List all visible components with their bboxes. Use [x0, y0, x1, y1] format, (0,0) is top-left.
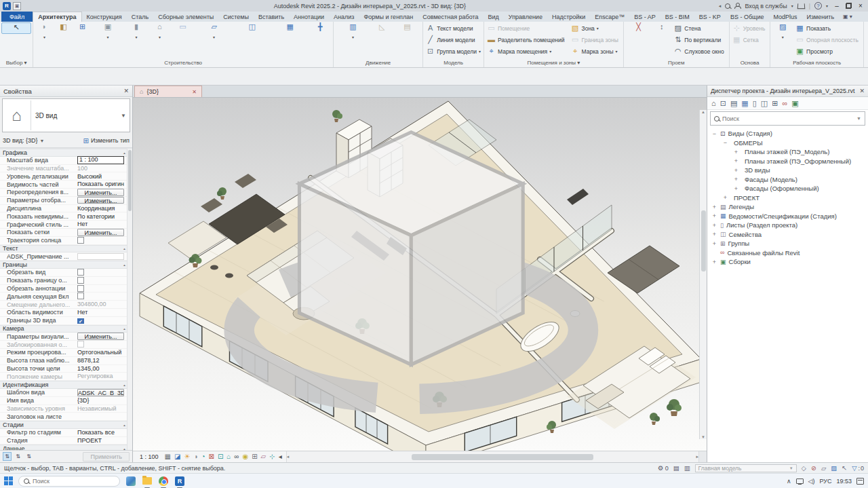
- home-icon[interactable]: ⌂: [711, 100, 716, 107]
- property-row[interactable]: Область видимости Нет: [0, 309, 132, 317]
- window-button[interactable]: ⊞ Окно: [73, 22, 92, 34]
- expand-icon[interactable]: −: [722, 139, 728, 146]
- edit-type-button[interactable]: ⊞ Изменить тип: [83, 137, 130, 145]
- property-row[interactable]: Имя вида {3D}: [0, 397, 132, 405]
- column-button[interactable]: ▮ Колонна ▾: [123, 22, 149, 34]
- sort-asc-icon[interactable]: ⇅: [14, 452, 22, 461]
- account-icon[interactable]: [734, 3, 741, 9]
- panel-label[interactable]: Строительство: [35, 58, 332, 67]
- modify-button[interactable]: ↖ Изменить: [1, 22, 31, 34]
- level-button[interactable]: ⊹ Уровень: [731, 22, 769, 34]
- ribbon-tab[interactable]: Изменить: [802, 12, 840, 22]
- tray-expand-icon[interactable]: ∧: [787, 478, 791, 485]
- collapse-vcb-icon[interactable]: ◂: [279, 453, 282, 460]
- legends-icon[interactable]: ▤: [730, 100, 737, 107]
- type-selector[interactable]: ⌂ 3D вид ▼: [2, 98, 130, 132]
- ribbon-tab[interactable]: Анализ: [329, 12, 359, 22]
- file-explorer-icon[interactable]: [142, 476, 153, 487]
- grid-button[interactable]: ▦ Сетка: [731, 34, 769, 45]
- revit-logo-icon[interactable]: R: [3, 2, 11, 10]
- temporary-hide-isolate-icon[interactable]: ∞: [234, 453, 239, 460]
- ribbon-tab[interactable]: Совместная работа: [418, 12, 483, 22]
- tree-item[interactable]: + ▤ Легенды: [707, 202, 868, 212]
- select-underlay-icon[interactable]: ⊘: [811, 465, 816, 472]
- panel-label[interactable]: Основа: [731, 58, 769, 67]
- room-button[interactable]: ▭ Помещение: [486, 22, 568, 34]
- tree-item[interactable]: − ⊡ Виды (Стадия): [707, 129, 868, 138]
- clock[interactable]: 19:53: [836, 478, 852, 485]
- tree-item[interactable]: + ▦ Ведомости/Спецификации (Стадия): [707, 212, 868, 221]
- temporary-view-properties-icon[interactable]: ⊞: [252, 453, 257, 460]
- property-row[interactable]: Смещение дальнего... 304800,00: [0, 301, 132, 309]
- ref-plane-button[interactable]: ▭ Опорная плоскость: [794, 34, 862, 45]
- curtain-system-button[interactable]: ◫ Стеновое ограждение: [233, 22, 271, 34]
- ribbon-tab[interactable]: BS - KP: [694, 12, 726, 22]
- selection-filter[interactable]: ▽ 0: [852, 465, 864, 472]
- chrome-icon[interactable]: [158, 476, 169, 487]
- property-row[interactable]: Параметры визуали... Изменить...: [0, 333, 132, 341]
- property-row[interactable]: Параметры отобра... Изменить...: [0, 197, 132, 205]
- ribbon-tab[interactable]: BS - Общие: [726, 12, 769, 22]
- show-constraints-icon[interactable]: ⊹: [269, 453, 275, 460]
- store-cart-icon[interactable]: [797, 3, 805, 9]
- tree-item[interactable]: + 3D виды: [707, 166, 868, 175]
- property-row[interactable]: Графический стиль ... Нет: [0, 221, 132, 229]
- crop-region-icon[interactable]: ⊡: [218, 453, 223, 460]
- dormer-opening-button[interactable]: ◠ Слуховое окно: [672, 45, 727, 57]
- chevron-down-icon[interactable]: ▼: [117, 113, 130, 119]
- assemblies-icon[interactable]: ▣: [791, 100, 798, 107]
- detail-level-icon[interactable]: ▦: [165, 453, 171, 460]
- room-separator-button[interactable]: ▬ Разделитель помещений: [486, 34, 568, 45]
- close-view-icon[interactable]: ✕: [192, 89, 197, 95]
- select-pinned-icon[interactable]: ▱: [821, 465, 826, 472]
- ceiling-button[interactable]: ▭ Потолок: [170, 22, 195, 34]
- ribbon-tab[interactable]: Формы и генплан: [359, 12, 418, 22]
- ramp-button[interactable]: ◺ Пандус: [371, 22, 393, 34]
- ribbon-tab[interactable]: Вставить: [254, 12, 289, 22]
- ribbon-tab[interactable]: BS - BIM: [660, 12, 694, 22]
- model-line-button[interactable]: ╱ Линия модели: [425, 34, 482, 45]
- vertical-scrollbar[interactable]: ▲▼: [699, 110, 707, 439]
- design-options-icon[interactable]: ▥: [684, 465, 690, 472]
- signin-dropdown-icon[interactable]: ▾: [791, 3, 793, 8]
- expand-icon[interactable]: +: [733, 149, 739, 155]
- property-row[interactable]: Дисциплина Координация: [0, 205, 132, 213]
- displaced-elements-icon[interactable]: ▱: [261, 453, 267, 460]
- ribbon-tab[interactable]: Сборные элементы: [153, 12, 218, 22]
- ribbon-tab[interactable]: Конструкция: [82, 12, 127, 22]
- search-input[interactable]: [722, 115, 854, 122]
- sun-path-icon[interactable]: ☀: [184, 453, 190, 460]
- tree-item[interactable]: + ▣ Сборки: [707, 257, 868, 267]
- browser-search[interactable]: ▼: [710, 111, 865, 126]
- search-icon[interactable]: [725, 3, 730, 9]
- ribbon-tab[interactable]: Архитектура: [33, 12, 81, 22]
- help-icon[interactable]: ?: [814, 2, 822, 10]
- expand-icon[interactable]: +: [711, 240, 717, 247]
- schedules-icon[interactable]: ▦: [741, 100, 748, 107]
- active-model-select[interactable]: Главная модель ▼: [695, 464, 797, 472]
- properties-scrollbar[interactable]: [127, 149, 132, 450]
- panel-label[interactable]: Выбор ▾: [1, 58, 31, 67]
- property-row[interactable]: Дальняя секущая Вкл: [0, 293, 132, 301]
- render-dialog-icon[interactable]: ◔: [201, 453, 205, 460]
- viewcube[interactable]: [133, 98, 707, 451]
- links-icon[interactable]: ∞: [782, 100, 787, 107]
- ribbon-tab[interactable]: Сталь: [127, 12, 153, 22]
- language-indicator[interactable]: РУС: [819, 478, 831, 485]
- close-button[interactable]: ×: [856, 2, 865, 10]
- unlock-3d-view-icon[interactable]: ⌂: [226, 453, 231, 460]
- ribbon-tab[interactable]: Вид: [484, 12, 504, 22]
- views-icon[interactable]: ⊡: [720, 100, 726, 107]
- property-row[interactable]: Заголовок на листе: [0, 413, 132, 421]
- property-row[interactable]: Показать границу о...: [0, 277, 132, 285]
- property-group-header[interactable]: Данные ▲▲: [0, 445, 132, 450]
- select-links-icon[interactable]: ◇: [802, 465, 806, 472]
- select-by-face-icon[interactable]: ▨: [831, 465, 837, 472]
- property-row[interactable]: Заблокированная о...: [0, 341, 132, 349]
- property-group-header[interactable]: Текст ▲▲: [0, 245, 132, 253]
- crop-view-icon[interactable]: ⊠: [209, 453, 214, 460]
- property-row[interactable]: Уровень детализации Высокий: [0, 172, 132, 181]
- ribbon-tab[interactable]: ModPlus: [768, 12, 802, 22]
- property-row[interactable]: Шаблон вида ADSK_AC_B_3D: [0, 389, 132, 397]
- tab-file[interactable]: Файл: [1, 12, 33, 22]
